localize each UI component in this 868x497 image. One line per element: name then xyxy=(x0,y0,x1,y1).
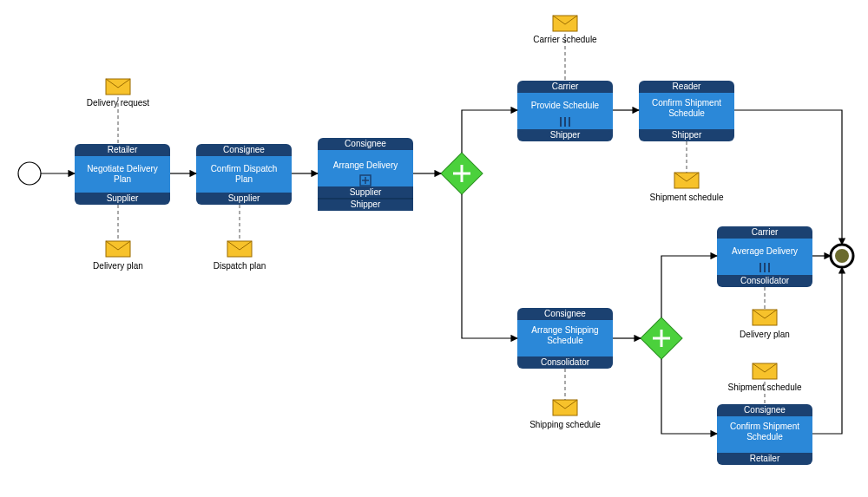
task-footer: Consolidator xyxy=(740,276,790,285)
task-footer: Shipper xyxy=(550,130,581,140)
msg-delivery-plan: Delivery plan xyxy=(93,261,143,271)
envelope-icon xyxy=(106,241,130,257)
task-footer2: Shipper xyxy=(351,199,381,209)
task-role: Consignee xyxy=(345,139,386,148)
task-title2: Schedule xyxy=(547,336,583,345)
envelope-icon xyxy=(553,16,577,31)
msg-shipment-schedule-2: Shipment schedule xyxy=(727,383,801,392)
envelope-icon xyxy=(674,173,699,188)
task-role: Carrier xyxy=(752,227,779,237)
task-title1: Confirm Shipment xyxy=(730,422,799,431)
task-title1: Arrange Delivery xyxy=(333,160,398,170)
task-title1: Confirm Shipment xyxy=(652,98,721,108)
task-title1: Confirm Dispatch xyxy=(211,164,278,173)
task-confirm-shipment-schedule-bottom[interactable]: Consignee Confirm Shipment Schedule Reta… xyxy=(717,404,812,465)
task-negotiate-delivery-plan[interactable]: Retailer Negotiate Delivery Plan Supplie… xyxy=(75,144,170,205)
msg-shipping-schedule: Shipping schedule xyxy=(529,420,601,429)
task-footer: Supplier xyxy=(228,193,260,203)
svg-point-1 xyxy=(835,249,849,263)
task-footer: Retailer xyxy=(750,454,780,463)
task-title2: Plan xyxy=(235,174,253,184)
task-footer: Shipper xyxy=(672,130,702,140)
envelope-icon xyxy=(106,79,130,95)
task-arrange-delivery[interactable]: Consignee Arrange Delivery Supplier Ship… xyxy=(318,138,413,211)
task-footer: Consolidator xyxy=(541,357,590,367)
task-title1: Provide Schedule xyxy=(531,101,600,110)
start-event xyxy=(18,162,41,185)
envelope-icon xyxy=(753,310,777,325)
msg-delivery-plan-2: Delivery plan xyxy=(740,330,790,339)
task-title1: Negotiate Delivery xyxy=(87,164,158,173)
msg-dispatch-plan: Dispatch plan xyxy=(214,261,266,271)
task-role: Consignee xyxy=(223,145,265,154)
task-title2: Plan xyxy=(114,174,131,184)
msg-carrier-schedule: Carrier schedule xyxy=(533,35,597,44)
envelope-icon xyxy=(753,363,777,379)
task-confirm-shipment-schedule-top[interactable]: Reader Confirm Shipment Schedule Shipper xyxy=(639,81,734,141)
task-title1: Average Delivery xyxy=(732,246,798,256)
task-role: Retailer xyxy=(108,145,138,154)
task-role: Consignee xyxy=(744,405,786,415)
task-role: Consignee xyxy=(544,309,586,318)
gateway-2 xyxy=(641,317,682,359)
envelope-icon xyxy=(553,400,577,415)
envelope-icon xyxy=(227,241,252,257)
gateway-1 xyxy=(441,153,483,194)
task-role: Carrier xyxy=(552,82,579,91)
task-average-delivery[interactable]: Carrier Average Delivery Consolidator xyxy=(717,226,812,287)
task-provide-schedule[interactable]: Carrier Provide Schedule Shipper xyxy=(517,81,613,141)
task-role: Reader xyxy=(673,82,701,91)
task-footer1: Supplier xyxy=(350,187,382,197)
end-event xyxy=(831,245,853,267)
msg-shipment-schedule: Shipment schedule xyxy=(649,193,723,202)
task-title2: Schedule xyxy=(746,432,783,441)
task-title1: Arrange Shipping xyxy=(531,325,598,335)
task-confirm-dispatch-plan[interactable]: Consignee Confirm Dispatch Plan Supplier xyxy=(196,144,292,205)
task-footer: Supplier xyxy=(107,193,139,203)
task-title2: Schedule xyxy=(668,108,705,118)
task-arrange-shipping-schedule[interactable]: Consignee Arrange Shipping Schedule Cons… xyxy=(517,308,613,369)
msg-delivery-request: Delivery request xyxy=(87,98,149,108)
